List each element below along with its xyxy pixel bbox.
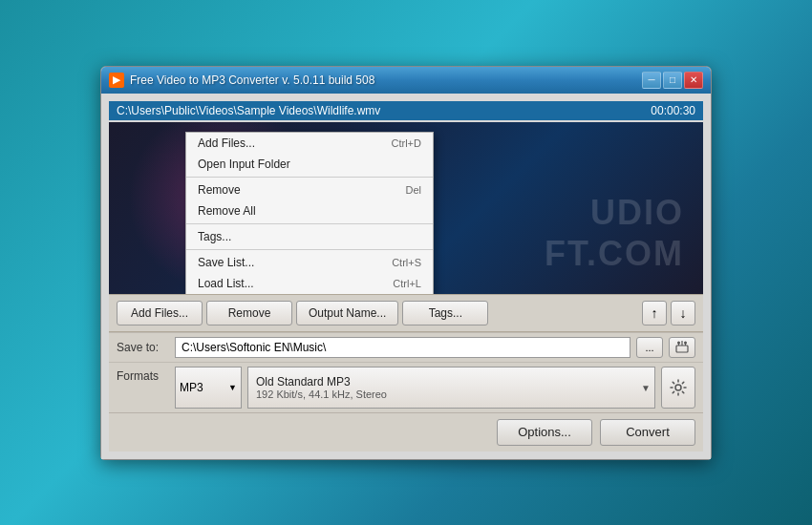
menu-add-files[interactable]: Add Files... Ctrl+D [186,133,433,154]
title-bar: ▶ Free Video to MP3 Converter v. 5.0.11 … [101,67,711,94]
format-preset-details: 192 Kbit/s, 44.1 kHz, Stereo [256,388,647,400]
save-to-row: Save to: ... [109,332,703,362]
add-files-button[interactable]: Add Files... [117,301,203,326]
maximize-button[interactable]: □ [663,72,682,89]
title-bar-left: ▶ Free Video to MP3 Converter v. 5.0.11 … [109,73,374,88]
menu-tags[interactable]: Tags... [186,226,433,247]
menu-load-list[interactable]: Load List... Ctrl+L [186,273,433,294]
menu-separator-3 [186,249,433,250]
svg-rect-0 [676,346,688,352]
formats-label: Formats [117,367,169,383]
file-bar: C:\Users\Public\Videos\Sample Videos\Wil… [109,101,703,120]
video-watermark: UDIO FT.COM [545,192,684,274]
file-duration: 00:00:30 [651,104,695,117]
format-settings-button[interactable] [661,367,695,409]
move-down-button[interactable]: ↓ [671,301,695,326]
menu-open-input-folder[interactable]: Open Input Folder [186,154,433,175]
move-up-button[interactable]: ↑ [642,301,667,326]
output-name-button[interactable]: Output Name... [296,301,398,326]
controls-bar: Add Files... Remove Output Name... Tags.… [109,294,703,331]
video-preview: UDIO FT.COM Add Files... Ctrl+D Open Inp… [109,122,703,294]
app-icon: ▶ [109,73,124,88]
browse-button[interactable]: ... [636,337,663,358]
title-buttons: ─ □ ✕ [642,72,703,89]
save-path-input[interactable] [175,337,630,358]
tags-button[interactable]: Tags... [402,301,488,326]
options-button[interactable]: Options... [497,419,592,446]
usb-button[interactable] [669,337,695,358]
formats-row: Formats MP3 ▼ Old Standard MP3 192 Kbit/… [109,362,703,412]
menu-remove[interactable]: Remove Del [186,179,433,200]
format-type-text: MP3 [180,381,203,394]
remove-button[interactable]: Remove [206,301,292,326]
window-title: Free Video to MP3 Converter v. 5.0.11 bu… [130,74,374,87]
convert-button[interactable]: Convert [600,419,695,446]
format-dropdown-arrow: ▼ [641,382,651,392]
format-type-arrow: ▼ [228,383,237,392]
main-window: ▶ Free Video to MP3 Converter v. 5.0.11 … [100,66,712,460]
format-type-select[interactable]: MP3 ▼ [175,367,242,409]
menu-remove-all[interactable]: Remove All [186,200,433,221]
menu-save-list[interactable]: Save List... Ctrl+S [186,252,433,273]
file-path: C:\Users\Public\Videos\Sample Videos\Wil… [117,104,380,117]
format-preset-dropdown[interactable]: Old Standard MP3 192 Kbit/s, 44.1 kHz, S… [247,367,655,409]
minimize-button[interactable]: ─ [642,72,661,89]
close-button[interactable]: ✕ [684,72,703,89]
action-bar: Options... Convert [109,412,703,452]
menu-separator-2 [186,223,433,224]
menu-separator-1 [186,177,433,178]
format-preset-name: Old Standard MP3 [256,375,647,388]
main-content: C:\Users\Public\Videos\Sample Videos\Wil… [101,94,711,459]
save-to-label: Save to: [117,341,169,354]
svg-point-6 [675,385,681,390]
context-menu: Add Files... Ctrl+D Open Input Folder Re… [185,132,434,294]
